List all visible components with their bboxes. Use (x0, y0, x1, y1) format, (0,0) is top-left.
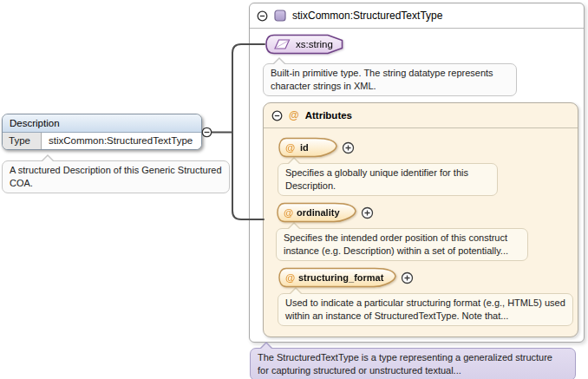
attribute-doc-tooltip: Specifies the intended order position of… (276, 228, 528, 261)
attribute-icon: @ (285, 272, 295, 283)
type-panel-header: stixCommon:StructuredTextType (250, 3, 584, 29)
expand-icon[interactable] (342, 141, 355, 154)
element-name: Description (3, 114, 201, 133)
attribute-name: structuring_format (298, 272, 384, 283)
collapse-icon[interactable] (257, 10, 268, 22)
collapse-icon[interactable] (202, 127, 211, 136)
attribute-name: ordinality (297, 207, 340, 218)
type-doc-tooltip: The StructuredTextType is a type represe… (250, 348, 576, 379)
complex-type-icon (274, 10, 286, 22)
attribute-icon: @ (285, 142, 295, 153)
attributes-title: Attributes (305, 110, 352, 121)
element-doc-tooltip: A structured Description of this Generic… (2, 160, 230, 193)
attribute-doc-tooltip: Specifies a globally unique identifier f… (278, 163, 498, 196)
base-type-label: xs:string (296, 39, 333, 49)
element-type-row: Type stixCommon:StructuredTextType (3, 133, 201, 149)
expand-icon[interactable] (401, 271, 414, 284)
expand-icon[interactable] (361, 206, 374, 219)
attribute-icon: @ (284, 207, 293, 218)
schema-diagram: stixCommon:StructuredTextType @ Attribut… (0, 0, 588, 379)
type-panel-title: stixCommon:StructuredTextType (292, 10, 442, 22)
attribute-badge-id[interactable]: @ id (278, 137, 355, 158)
type-value: stixCommon:StructuredTextType (42, 133, 201, 149)
attribute-name: id (300, 142, 309, 153)
attribute-badge-structuring-format[interactable]: @ structuring_format (278, 267, 414, 288)
collapse-icon[interactable] (271, 110, 283, 121)
element-node-description[interactable]: Description Type stixCommon:StructuredTe… (2, 114, 202, 150)
attributes-header: @ Attributes (264, 103, 578, 128)
base-type-doc-tooltip: Built-in primitive type. The string data… (263, 63, 517, 96)
attribute-icon: @ (289, 109, 299, 121)
base-type-badge[interactable]: xs:string (265, 34, 344, 55)
attribute-doc-tooltip: Used to indicate a particular structurin… (278, 293, 573, 326)
type-label: Type (3, 133, 42, 149)
attribute-badge-ordinality[interactable]: @ ordinality (276, 202, 374, 223)
